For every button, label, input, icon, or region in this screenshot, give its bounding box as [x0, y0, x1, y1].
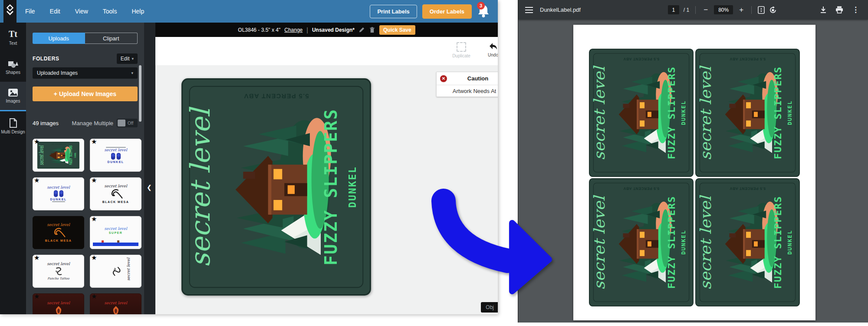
- collapse-panel-chevron[interactable]: ❮: [147, 184, 152, 191]
- zoom-level-input[interactable]: 80%: [714, 5, 733, 14]
- favorite-star-icon[interactable]: ★: [34, 255, 39, 261]
- divider: [751, 6, 752, 14]
- tattoo-squiggle-icon: [53, 266, 64, 277]
- label-artboard[interactable]: [181, 78, 371, 296]
- thumbnail-slippers-white[interactable]: ★ secret level DUNKEL: [90, 139, 141, 172]
- favorite-star-icon[interactable]: ★: [34, 139, 39, 145]
- rail-label-images: Images: [6, 99, 20, 103]
- rail-label-shapes: Shapes: [6, 70, 20, 75]
- menu-edit[interactable]: Edit: [50, 8, 60, 15]
- panel-scrollbar[interactable]: [139, 65, 141, 122]
- favorite-star-icon[interactable]: ★: [34, 216, 39, 222]
- favorite-star-icon[interactable]: ★: [34, 177, 39, 183]
- thumbnail-demon-red[interactable]: ★ secret level BRONCO: [33, 293, 84, 314]
- panel-edge-rail: [144, 23, 155, 314]
- rail-item-images[interactable]: Images: [0, 82, 26, 111]
- canvas-toolstrip: Duplicate Undo: [155, 37, 498, 65]
- slippers-icon: [110, 153, 122, 160]
- caution-error-icon: ✕: [440, 75, 447, 82]
- thumb-script-text: secret level: [47, 223, 70, 227]
- more-options-kebab-icon[interactable]: ⋮: [852, 5, 859, 14]
- rail-item-text[interactable]: Tt Text: [0, 23, 26, 52]
- pdf-label-cell: [695, 178, 800, 306]
- delete-trash-icon[interactable]: [369, 27, 375, 33]
- demon-flame-icon: [112, 306, 120, 314]
- thumbnail-black-mesa-dark[interactable]: ★ secret level BLACK MESA: [33, 216, 84, 249]
- divider: |: [306, 27, 308, 33]
- canvas-header-bar: OL3846 - 3.5" x 4" Change | Unsaved Desi…: [155, 23, 498, 37]
- upload-new-images-button[interactable]: + Upload New Images: [33, 86, 138, 101]
- hamburger-menu-icon[interactable]: [525, 7, 533, 13]
- favorite-star-icon[interactable]: ★: [91, 177, 97, 183]
- label-designer-window: File Edit View Tools Help Print Labels O…: [0, 0, 498, 314]
- design-name: Unsaved Design*: [312, 27, 355, 33]
- menu-view[interactable]: View: [75, 8, 88, 15]
- fit-to-page-icon[interactable]: [758, 6, 765, 14]
- zoom-out-button[interactable]: −: [702, 6, 710, 14]
- shapes-icon: [8, 60, 18, 68]
- favorite-star-icon[interactable]: ★: [91, 255, 97, 261]
- duplicate-label: Duplicate: [452, 53, 470, 58]
- rail-item-shapes[interactable]: Shapes: [0, 52, 26, 82]
- menu-file[interactable]: File: [25, 8, 35, 15]
- pdf-viewer-window: DunkelLabel.pdf 1 / 1 − 80% +: [518, 0, 868, 323]
- favorite-star-icon[interactable]: ★: [91, 293, 97, 299]
- thumbnail-black-mesa-white[interactable]: ★ secret level BLACK MESA: [90, 177, 141, 210]
- thumb-script-text: secret level: [47, 262, 70, 266]
- thumb-caption: DUNKEL: [107, 160, 124, 163]
- thumb-caption: SUPER: [109, 231, 123, 234]
- rail-item-multi-design[interactable]: Multi Design: [0, 111, 26, 141]
- order-labels-button[interactable]: Order Labels: [422, 4, 472, 19]
- text-tool-icon: Tt: [9, 29, 17, 39]
- thumbnail-green-label[interactable]: ★: [33, 139, 84, 172]
- thumbnail-tattoo-rotated[interactable]: ★ secret level: [90, 255, 141, 288]
- toggle-knob: [118, 120, 125, 126]
- crowbar-icon: [51, 227, 66, 239]
- duplicate-button[interactable]: Duplicate: [450, 42, 473, 58]
- thumb-script-text: secret level: [127, 258, 131, 281]
- favorite-star-icon[interactable]: ★: [91, 139, 97, 145]
- rename-pencil-icon[interactable]: [358, 27, 365, 33]
- print-icon[interactable]: [835, 6, 843, 13]
- download-icon[interactable]: [820, 6, 827, 13]
- image-thumbnail-grid: ★ ★ secret level DUNKEL ★ secret lev: [33, 139, 138, 314]
- canvas-workspace: [155, 65, 498, 314]
- favorite-star-icon[interactable]: ★: [91, 216, 97, 222]
- menu-help[interactable]: Help: [132, 8, 144, 15]
- panel-tabs: Uploads Clipart: [33, 33, 138, 44]
- edit-folders-label: Edit: [121, 56, 130, 62]
- thumbnail-platformer[interactable]: ★ secret level SUPER: [90, 216, 141, 249]
- caution-panel[interactable]: ✕ Caution Artwork Needs At: [436, 72, 498, 97]
- folder-dropdown[interactable]: Uploaded Images ▾: [33, 67, 138, 79]
- toggle-state-label: Off: [128, 121, 133, 126]
- menu-bar: File Edit View Tools Help: [25, 8, 144, 15]
- tattoo-squiggle-icon: [108, 263, 124, 279]
- quick-save-button[interactable]: Quick Save: [379, 25, 415, 35]
- notifications-button[interactable]: 3: [477, 3, 492, 19]
- thumbnail-tattoo[interactable]: ★ secret level Pancho Tattoo: [33, 255, 84, 288]
- zoom-in-button[interactable]: +: [737, 6, 745, 14]
- pdf-page: [573, 25, 815, 320]
- manage-multiple-label: Manage Multiple: [72, 120, 113, 126]
- water-strip: [93, 243, 138, 246]
- thumb-caption: DUNKEL: [50, 198, 66, 201]
- objects-button[interactable]: Obj: [481, 302, 498, 313]
- print-labels-button[interactable]: Print Labels: [370, 5, 417, 18]
- undo-button[interactable]: Undo: [482, 42, 498, 57]
- thumbnail-demon-red-2[interactable]: ★ secret level BRONCO: [90, 293, 141, 314]
- uploads-panel: Uploads Clipart FOLDERS Edit ▾ Uploaded …: [26, 23, 144, 314]
- manage-multiple-toggle[interactable]: Off: [117, 119, 138, 127]
- page-number-input[interactable]: 1: [668, 5, 679, 14]
- crowbar-icon: [108, 189, 124, 200]
- pdf-filename: DunkelLabel.pdf: [540, 7, 581, 13]
- rotate-page-icon[interactable]: [769, 6, 777, 14]
- thumb-caption: Pancho Tattoo: [47, 277, 69, 280]
- edit-folders-button[interactable]: Edit ▾: [117, 53, 138, 64]
- thumbnail-slippers-white-2[interactable]: ★ secret level DUNKEL: [33, 177, 84, 210]
- tab-uploads[interactable]: Uploads: [33, 33, 85, 44]
- tab-clipart[interactable]: Clipart: [85, 33, 138, 44]
- thumb-script-text: secret level: [104, 227, 127, 231]
- change-product-link[interactable]: Change: [284, 27, 302, 33]
- favorite-star-icon[interactable]: ★: [34, 293, 39, 299]
- menu-tools[interactable]: Tools: [103, 8, 117, 15]
